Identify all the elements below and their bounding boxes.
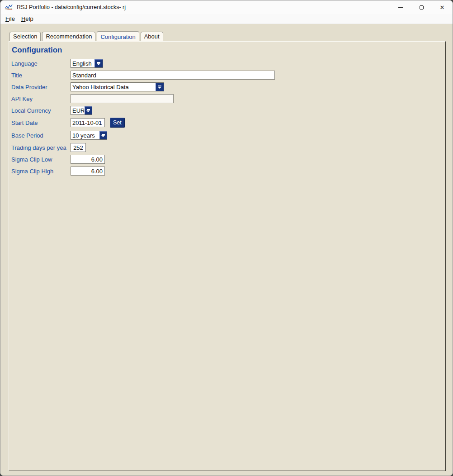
local-currency-value: EUR xyxy=(71,106,84,114)
form-row-sigma-clip-high: Sigma Clip High xyxy=(11,167,442,176)
set-date-button[interactable]: Set xyxy=(110,118,125,128)
tab-bar: Selection Recommendation Configuration A… xyxy=(9,31,446,41)
menu-bar: File Help xyxy=(0,14,453,24)
title-label: Title xyxy=(11,72,71,79)
form-row-data-provider: Data Provider Yahoo Historical Data xyxy=(11,82,442,91)
close-icon: ✕ xyxy=(440,5,445,10)
trading-days-label: Trading days per yea xyxy=(11,144,71,151)
app-icon xyxy=(5,3,14,11)
local-currency-select[interactable]: EUR xyxy=(71,106,92,115)
data-provider-label: Data Provider xyxy=(11,84,71,90)
page-title: Configuration xyxy=(12,46,442,55)
maximize-button[interactable] xyxy=(411,0,432,14)
tab-recommendation[interactable]: Recommendation xyxy=(42,32,95,41)
configuration-panel: Configuration Language English Title Dat… xyxy=(9,41,446,471)
base-period-select[interactable]: 10 years xyxy=(71,131,107,140)
language-select[interactable]: English xyxy=(71,59,103,68)
minimize-icon xyxy=(398,7,403,8)
menu-help[interactable]: Help xyxy=(18,14,37,23)
chevron-down-icon[interactable] xyxy=(99,131,107,139)
sigma-clip-low-input[interactable] xyxy=(71,155,105,164)
base-period-value: 10 years xyxy=(71,131,99,139)
data-provider-select[interactable]: Yahoo Historical Data xyxy=(71,82,164,91)
form-row-local-currency: Local Currency EUR xyxy=(11,106,442,115)
data-provider-value: Yahoo Historical Data xyxy=(71,83,155,91)
api-key-input[interactable] xyxy=(71,94,174,103)
form-row-base-period: Base Period 10 years xyxy=(11,131,442,140)
chevron-down-icon[interactable] xyxy=(155,83,164,91)
menu-file[interactable]: File xyxy=(2,14,18,23)
base-period-label: Base Period xyxy=(11,132,71,139)
form-row-sigma-clip-low: Sigma Clip Low xyxy=(11,155,442,164)
form-row-trading-days: Trading days per yea xyxy=(11,143,442,152)
close-button[interactable]: ✕ xyxy=(432,0,453,14)
tab-selection[interactable]: Selection xyxy=(9,32,41,41)
chevron-down-icon[interactable] xyxy=(84,106,92,114)
form-row-language: Language English xyxy=(11,59,442,68)
title-input[interactable] xyxy=(71,71,275,80)
chevron-down-icon[interactable] xyxy=(94,59,103,67)
form-row-title: Title xyxy=(11,71,442,80)
tab-configuration[interactable]: Configuration xyxy=(97,31,139,42)
api-key-label: API Key xyxy=(11,95,71,102)
tab-about[interactable]: About xyxy=(141,32,163,41)
app-window: RSJ Portfolio - data/config/current.stoc… xyxy=(0,0,453,476)
language-label: Language xyxy=(11,60,71,67)
local-currency-label: Local Currency xyxy=(11,107,71,114)
title-bar: RSJ Portfolio - data/config/current.stoc… xyxy=(0,0,453,14)
form-row-api-key: API Key xyxy=(11,94,442,103)
trading-days-input[interactable] xyxy=(71,143,86,152)
start-date-input[interactable] xyxy=(71,118,105,127)
sigma-clip-high-label: Sigma Clip High xyxy=(11,168,71,175)
content-area: Selection Recommendation Configuration A… xyxy=(0,24,453,476)
start-date-label: Start Date xyxy=(11,119,71,126)
minimize-button[interactable] xyxy=(390,0,411,14)
window-title: RSJ Portfolio - data/config/current.stoc… xyxy=(17,4,390,10)
sigma-clip-low-label: Sigma Clip Low xyxy=(11,156,71,163)
maximize-icon xyxy=(420,5,424,10)
form-row-start-date: Start Date Set xyxy=(11,118,442,128)
sigma-clip-high-input[interactable] xyxy=(71,167,105,176)
language-value: English xyxy=(71,59,94,67)
